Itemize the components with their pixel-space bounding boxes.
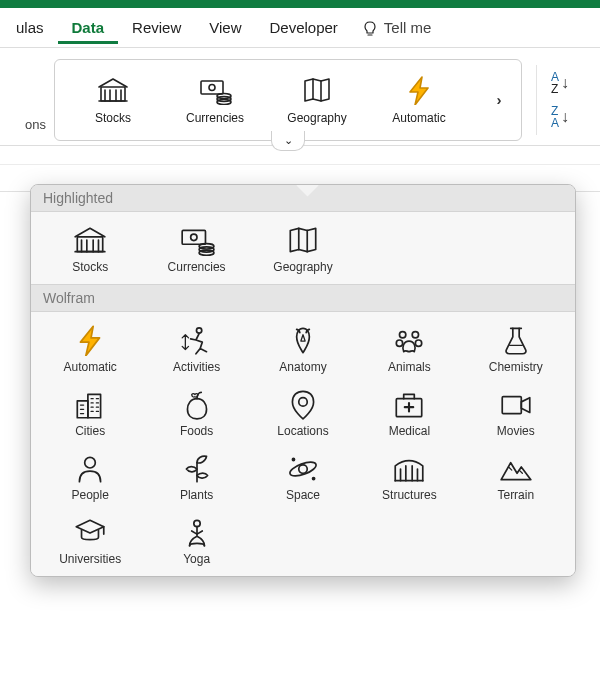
map-icon — [300, 75, 334, 105]
bridge-icon — [391, 452, 427, 484]
sort-group: AZ ↓ ZA ↓ — [551, 71, 569, 129]
panel-item-label: Medical — [389, 424, 430, 438]
tell-me-label: Tell me — [384, 19, 432, 36]
tell-me-search[interactable]: Tell me — [362, 19, 432, 36]
data-types-gallery: Stocks Currencies Geography Automatic › … — [54, 59, 522, 141]
panel-item-cities[interactable]: Cities — [37, 384, 143, 442]
tab-formulas-partial[interactable]: ulas — [2, 11, 58, 44]
pin-icon — [285, 388, 321, 420]
panel-item-foods[interactable]: Foods — [143, 384, 249, 442]
panel-item-label: People — [72, 488, 109, 502]
panel-item-space[interactable]: Space — [250, 448, 356, 506]
tab-view[interactable]: View — [195, 11, 255, 44]
ribbon-separator — [536, 65, 537, 135]
panel-item-label: Locations — [277, 424, 328, 438]
data-type-label: Geography — [287, 111, 346, 125]
ribbon-tabs: ulas Data Review View Developer Tell me — [0, 8, 600, 48]
panel-item-label: Foods — [180, 424, 213, 438]
panel-item-label: Currencies — [168, 260, 226, 274]
person-icon — [72, 452, 108, 484]
panel-item-animals[interactable]: Animals — [356, 320, 462, 378]
panel-section-highlighted: Highlighted — [31, 185, 575, 212]
panel-item-anatomy[interactable]: Anatomy — [250, 320, 356, 378]
panel-item-medical[interactable]: Medical — [356, 384, 462, 442]
gallery-scroll-right[interactable]: › — [491, 92, 507, 108]
panel-item-automatic[interactable]: Automatic — [37, 320, 143, 378]
panel-item-terrain[interactable]: Terrain — [463, 448, 569, 506]
mountains-icon — [498, 452, 534, 484]
data-types-panel: Highlighted Stocks Currencies Geography … — [30, 184, 576, 577]
panel-item-label: Structures — [382, 488, 437, 502]
panel-item-label: Universities — [59, 552, 121, 566]
panel-item-label: Yoga — [183, 552, 210, 566]
window-titlebar — [0, 0, 600, 8]
ribbon-toolbar: ons Stocks Currencies Geography Automati… — [0, 48, 600, 146]
tab-review[interactable]: Review — [118, 11, 195, 44]
meditation-icon — [179, 516, 215, 548]
apple-icon — [179, 388, 215, 420]
panel-item-stocks[interactable]: Stocks — [37, 220, 143, 278]
panel-highlighted-grid: Stocks Currencies Geography — [31, 212, 575, 284]
bank-icon — [72, 224, 108, 256]
data-type-label: Stocks — [95, 111, 131, 125]
currency-icon — [179, 224, 215, 256]
planet-icon — [285, 452, 321, 484]
panel-item-label: Geography — [273, 260, 332, 274]
lightning-icon — [402, 75, 436, 105]
panel-item-label: Anatomy — [279, 360, 326, 374]
data-type-label: Automatic — [392, 111, 445, 125]
panel-item-label: Space — [286, 488, 320, 502]
panel-item-label: Terrain — [497, 488, 534, 502]
gallery-expand-button[interactable]: ⌄ — [271, 131, 305, 151]
panel-item-chemistry[interactable]: Chemistry — [463, 320, 569, 378]
panel-item-label: Activities — [173, 360, 220, 374]
panel-item-label: Chemistry — [489, 360, 543, 374]
arrow-down-icon: ↓ — [561, 77, 569, 89]
arrow-down-icon: ↓ — [561, 111, 569, 123]
panel-wolfram-grid: Automatic Activities Anatomy Animals Che… — [31, 312, 575, 576]
panel-item-label: Movies — [497, 424, 535, 438]
panel-item-label: Plants — [180, 488, 213, 502]
graduation-cap-icon — [72, 516, 108, 548]
panel-item-label: Stocks — [72, 260, 108, 274]
bank-icon — [96, 75, 130, 105]
lightbulb-icon — [362, 20, 378, 36]
data-type-automatic[interactable]: Automatic — [383, 75, 455, 125]
ribbon-left-fragment: ons — [0, 67, 54, 132]
panel-item-yoga[interactable]: Yoga — [143, 512, 249, 570]
panel-item-structures[interactable]: Structures — [356, 448, 462, 506]
panel-section-wolfram: Wolfram — [31, 284, 575, 312]
heart-organ-icon — [285, 324, 321, 356]
tab-developer[interactable]: Developer — [255, 11, 351, 44]
data-type-currencies[interactable]: Currencies — [179, 75, 251, 125]
map-icon — [285, 224, 321, 256]
panel-item-geography[interactable]: Geography — [250, 220, 356, 278]
currency-icon — [198, 75, 232, 105]
panel-item-universities[interactable]: Universities — [37, 512, 143, 570]
leaf-icon — [179, 452, 215, 484]
panel-item-label: Cities — [75, 424, 105, 438]
running-icon — [179, 324, 215, 356]
data-type-stocks[interactable]: Stocks — [77, 75, 149, 125]
panel-item-plants[interactable]: Plants — [143, 448, 249, 506]
tab-data[interactable]: Data — [58, 11, 119, 44]
medkit-icon — [391, 388, 427, 420]
sort-descending-button[interactable]: ZA ↓ — [551, 105, 569, 129]
data-type-label: Currencies — [186, 111, 244, 125]
panel-item-label: Automatic — [64, 360, 117, 374]
panel-item-people[interactable]: People — [37, 448, 143, 506]
buildings-icon — [72, 388, 108, 420]
video-camera-icon — [498, 388, 534, 420]
sort-ascending-button[interactable]: AZ ↓ — [551, 71, 569, 95]
flask-icon — [498, 324, 534, 356]
panel-item-currencies[interactable]: Currencies — [143, 220, 249, 278]
panel-item-label: Animals — [388, 360, 431, 374]
panel-item-activities[interactable]: Activities — [143, 320, 249, 378]
panel-item-locations[interactable]: Locations — [250, 384, 356, 442]
data-type-geography[interactable]: Geography — [281, 75, 353, 125]
panel-item-movies[interactable]: Movies — [463, 384, 569, 442]
lightning-icon — [72, 324, 108, 356]
paw-icon — [391, 324, 427, 356]
